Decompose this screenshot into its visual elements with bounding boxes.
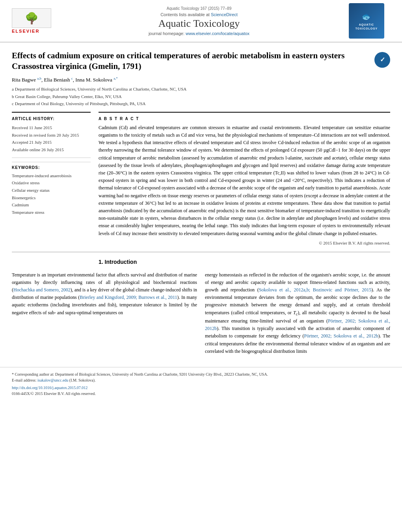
affil-a: a Department of Biological Sciences, Uni… xyxy=(12,86,390,93)
aquatic-tox-logo: 🐟 AQUATIC TOXICOLOGY xyxy=(349,3,384,39)
abstract-section: A B S T R A C T Cadmium (Cd) and elevate… xyxy=(99,112,390,245)
keyword-3: Cellular energy status xyxy=(12,187,91,194)
homepage-url[interactable]: www.elsevier.com/locate/aquatox xyxy=(186,31,249,36)
sciencedirect-link[interactable]: ScienceDirect xyxy=(211,12,238,17)
intro-left xyxy=(12,259,91,268)
intro-columns: Temperature is an important environmenta… xyxy=(12,271,390,355)
header: 🌳 ELSEVIER Aquatic Toxicology 167 (2015)… xyxy=(0,0,402,43)
elsevier-tree-icon: 🌳 xyxy=(25,12,39,25)
keyword-6: Temperature stress xyxy=(12,209,91,216)
keyword-2: Oxidative stress xyxy=(12,179,91,187)
aquatic-label-line2: TOXICOLOGY xyxy=(355,27,378,30)
keywords-list: Temperature-induced anaerobiosis Oxidati… xyxy=(12,172,91,216)
abstract-text: Cadmium (Cd) and elevated temperatures a… xyxy=(99,124,390,237)
footnote-issn: 0166-445X/© 2015 Elsevier B.V. All right… xyxy=(12,391,390,397)
elsevier-wordmark: ELSEVIER xyxy=(12,29,39,33)
intro-col-left-text: Temperature is an important environmenta… xyxy=(12,271,197,355)
email-label: E-mail address: xyxy=(12,378,36,382)
revised-date: Received in revised form 20 July 2015 xyxy=(12,132,91,139)
contents-label: Contents lists available at xyxy=(160,12,210,17)
crossmark-badge[interactable]: ✓ xyxy=(374,52,390,68)
footnote-email: E-mail address: isakalov@uncc.edu (I.M. … xyxy=(12,377,390,383)
footnote-doi: http://dx.doi.org/10.1016/j.aquatox.2015… xyxy=(12,385,390,391)
footnote-area: * Corresponding author at: Department of… xyxy=(0,367,402,400)
aquatic-logo-icon: 🐟 xyxy=(361,11,372,22)
article-dates: Received 11 June 2015 Received in revise… xyxy=(12,124,91,154)
email-address[interactable]: isakalov@uncc.edu xyxy=(37,378,68,382)
aquatic-label-line1: AQUATIC xyxy=(355,23,378,26)
right-column: A B S T R A C T Cadmium (Cd) and elevate… xyxy=(99,112,390,245)
keywords-heading: Keywords: xyxy=(12,165,91,170)
intro-section: 1. Introduction xyxy=(12,259,390,268)
article-history-heading: Article history: xyxy=(12,117,91,121)
abstract-heading: A B S T R A C T xyxy=(99,112,390,121)
copyright: © 2015 Elsevier B.V. All rights reserved… xyxy=(99,241,390,245)
homepage-label: journal homepage: xyxy=(149,31,184,36)
article-title-text: Effects of cadmium exposure on critical … xyxy=(12,50,374,72)
elsevier-logo-image: 🌳 xyxy=(12,8,51,28)
intro-paragraph-1: Temperature is an important environmenta… xyxy=(12,271,197,317)
journal-homepage: journal homepage: www.elsevier.com/locat… xyxy=(55,31,343,36)
received-date: Received 11 June 2015 xyxy=(12,124,91,132)
keyword-5: Cadmium xyxy=(12,201,91,209)
footnote-corresponding: * Corresponding author at: Department of… xyxy=(12,371,390,377)
journal-title: Aquatic Toxicology xyxy=(55,18,343,30)
aquatic-logo-label: AQUATIC TOXICOLOGY xyxy=(355,23,378,30)
article-info-box: Article history: Received 11 June 2015 R… xyxy=(12,112,91,158)
article-title-area: Effects of cadmium exposure on critical … xyxy=(12,50,390,72)
contents-available: Contents lists available at ScienceDirec… xyxy=(55,12,343,17)
journal-reference: Aquatic Toxicology 167 (2015) 77–89 xyxy=(55,6,343,11)
left-column: Article history: Received 11 June 2015 R… xyxy=(12,112,91,245)
affiliations: a Department of Biological Sciences, Uni… xyxy=(12,86,390,107)
two-column-section: Article history: Received 11 June 2015 R… xyxy=(12,112,390,245)
elsevier-logo: 🌳 ELSEVIER xyxy=(12,8,55,33)
intro-paragraph-2: energy homeostasis as reflected in the r… xyxy=(205,271,390,355)
article-content: Effects of cadmium exposure on critical … xyxy=(0,43,402,363)
keyword-1: Temperature-induced anaerobiosis xyxy=(12,172,91,180)
intro-col-right-text: energy homeostasis as reflected in the r… xyxy=(205,271,390,355)
accepted-date: Accepted 21 July 2015 xyxy=(12,139,91,146)
section-divider xyxy=(12,252,390,252)
keyword-4: Bioenergetics xyxy=(12,194,91,202)
article-title: Effects of cadmium exposure on critical … xyxy=(12,51,345,71)
doi-link[interactable]: http://dx.doi.org/10.1016/j.aquatox.2015… xyxy=(12,386,87,390)
intro-heading: 1. Introduction xyxy=(99,259,390,265)
aquatic-logo-area: 🐟 AQUATIC TOXICOLOGY xyxy=(343,3,390,39)
keywords-box: Keywords: Temperature-induced anaerobios… xyxy=(12,162,91,216)
header-center: Aquatic Toxicology 167 (2015) 77–89 Cont… xyxy=(55,6,343,36)
intro-right: 1. Introduction xyxy=(99,259,390,268)
available-date: Available online 26 July 2015 xyxy=(12,146,91,154)
affil-b: b Great Basin College, Pahrump Valley Ce… xyxy=(12,93,390,100)
email-person: (I.M. Sokolova). xyxy=(69,378,96,382)
affil-c: c Department of Oral Biology, University… xyxy=(12,100,390,107)
page: 🌳 ELSEVIER Aquatic Toxicology 167 (2015)… xyxy=(0,0,402,400)
elsevier-logo-area: 🌳 ELSEVIER xyxy=(12,8,55,33)
crossmark-icon: ✓ xyxy=(380,56,385,64)
authors: Rita Bagwe a,b, Elia Beniash c, Inna M. … xyxy=(12,76,390,84)
